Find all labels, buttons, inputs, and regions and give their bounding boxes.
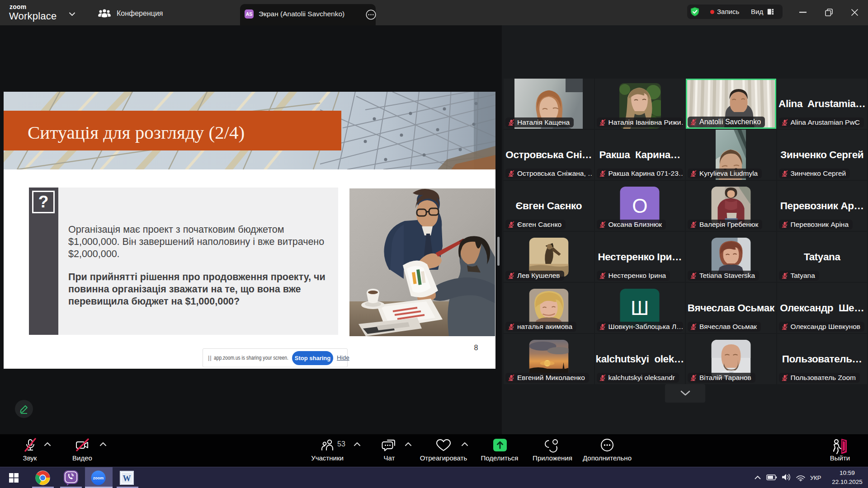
svg-text:zoom: zoom <box>93 476 104 480</box>
svg-text:W: W <box>123 474 131 483</box>
